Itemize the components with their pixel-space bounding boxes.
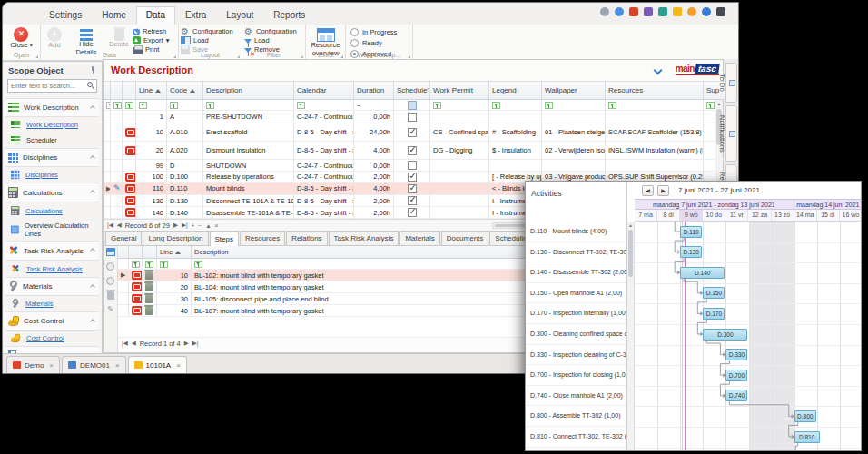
ribbon-tab-home[interactable]: Home	[92, 6, 136, 25]
nav-first-button[interactable]: |◀	[107, 222, 113, 229]
folder-icon[interactable]	[673, 7, 682, 16]
filter-funnel-icon[interactable]	[297, 102, 305, 109]
purple-app-icon[interactable]	[644, 7, 653, 16]
close-icon[interactable]: ×	[115, 361, 120, 370]
layout-configuration-button[interactable]: ⚙Configuration	[181, 27, 233, 35]
gantt-bar-d-150[interactable]: D.150	[703, 287, 725, 299]
table-row[interactable]: 1APRE-SHUTDOWNC-24-7 - Continuous - ...0…	[104, 111, 723, 123]
dialog-launcher-icon[interactable]	[408, 55, 410, 58]
activity-d-140[interactable]: D.140 - Disassemble TT-302 (2,00)	[526, 262, 626, 283]
schedule-checkbox[interactable]	[408, 196, 417, 205]
table-row[interactable]: 10A.010Erect scaffoldD-8-5 - Day shift -…	[104, 123, 723, 142]
grid-cell-code-header[interactable]: Code	[167, 82, 203, 100]
pin-icon[interactable]	[89, 66, 96, 74]
dialog-launcher-icon[interactable]	[173, 55, 176, 58]
activity-d-800[interactable]: D.800 - Assemble TT-302 (1,00)	[526, 406, 626, 427]
activity-d-330[interactable]: D.330 - Inspection cleaning of C-302 (1,…	[526, 345, 626, 366]
search-icon[interactable]	[87, 82, 95, 90]
activity-d-150[interactable]: D.150 - Open manhole A1 (2,00)	[526, 283, 626, 304]
grid-cell-steps-line-filter[interactable]	[157, 259, 192, 270]
filter-funnel-icon[interactable]	[132, 261, 140, 268]
grid-cell-schedule-filter[interactable]	[394, 100, 430, 111]
grid-cell-steps-status-filter[interactable]	[129, 259, 143, 270]
filter-funnel-icon[interactable]	[125, 102, 133, 109]
cancel-edit-button[interactable]: ×	[215, 222, 219, 229]
grid-cell-steps-type-filter[interactable]	[143, 259, 157, 270]
schedule-checkbox[interactable]	[408, 146, 417, 155]
table-row[interactable]: 20A.020Dismount insulationD-8-5 - Day sh…	[104, 142, 723, 160]
grid-cell-description-filter[interactable]	[203, 100, 294, 111]
blue-app-icon[interactable]	[615, 7, 624, 16]
export-button[interactable]: Export▾	[133, 36, 169, 44]
grid-cell-edit-filter[interactable]	[111, 100, 123, 111]
grid-cell-duration-filter[interactable]: =	[354, 100, 394, 111]
insert-step-icon[interactable]	[106, 277, 114, 285]
grid-cell-status-filter[interactable]	[123, 100, 136, 111]
nav-last-button[interactable]: ▶|	[192, 340, 199, 347]
edit-record-button[interactable]: ▲	[205, 222, 211, 229]
scroll-up-icon[interactable]: ▲	[627, 222, 634, 229]
filter-funnel-icon[interactable]	[492, 102, 500, 109]
yellow-app-icon[interactable]	[687, 7, 696, 16]
activity-d-110[interactable]: D.110 - Mount blinds (4,00)	[526, 222, 626, 242]
radio-ready[interactable]: Ready	[350, 38, 397, 48]
grid-cell-wallpaper-filter[interactable]	[542, 100, 606, 111]
grid-app-icon[interactable]	[716, 7, 725, 16]
chevron-up-icon[interactable]	[90, 105, 95, 111]
activity-d-740[interactable]: D.740 - Close manhole A1 (2,00)	[526, 386, 626, 407]
gantt-bar-d-300[interactable]: D.300	[703, 329, 747, 340]
sidebar-section-header-task-risk-analysis[interactable]: Task Risk Analysis	[5, 241, 99, 261]
activity-d-700[interactable]: D.700 - Inspection for closing (1,00)	[526, 365, 626, 386]
gantt-bar-d-110[interactable]: D.110	[680, 226, 702, 238]
gantt-bar-d-170[interactable]: D.170	[703, 308, 725, 320]
sidebar-section-header-calculations[interactable]: Calculations	[5, 183, 99, 202]
grid-cell-line-header[interactable]: Line	[136, 82, 167, 100]
delete-step-icon[interactable]	[107, 291, 114, 300]
grid-cell-work-permit-filter[interactable]	[430, 100, 489, 111]
tab-general[interactable]: General	[105, 232, 142, 245]
chevron-up-icon[interactable]	[90, 190, 95, 195]
chevron-down-icon[interactable]	[654, 66, 663, 75]
sidebar-item-task-risk-analysis[interactable]: Task Risk Analysis	[5, 261, 99, 277]
filter-funnel-icon[interactable]	[706, 102, 715, 109]
search-input[interactable]	[11, 82, 87, 90]
grid-cell-steps-line-header[interactable]: Line	[157, 246, 192, 259]
dialog-launcher-icon[interactable]	[237, 55, 240, 58]
ribbon-tab-data[interactable]: Data	[136, 6, 175, 25]
filter-funnel-icon[interactable]	[194, 261, 202, 268]
refresh-button[interactable]: Refresh	[133, 27, 169, 35]
filter-funnel-icon[interactable]	[145, 261, 153, 268]
filter-funnel-icon[interactable]	[139, 102, 147, 109]
nav-next-button[interactable]: ▶	[173, 222, 178, 229]
document-tab-10101a[interactable]: 10101A×	[128, 356, 187, 373]
nav-last-button[interactable]: ▶|	[182, 222, 188, 229]
nav-prev-button[interactable]: ◀	[132, 340, 136, 347]
filter-funnel-icon[interactable]	[170, 102, 178, 109]
tab-documents[interactable]: Documents	[441, 232, 488, 245]
tab-steps[interactable]: Steps	[210, 232, 239, 246]
schedule-checkbox[interactable]	[408, 208, 417, 217]
filter-funnel-icon[interactable]	[545, 102, 553, 109]
activity-d-300[interactable]: D.300 - Cleaning confined space of C-30.…	[526, 324, 626, 345]
gantt-scrollbar[interactable]: ▲	[627, 222, 635, 450]
chevron-up-icon[interactable]	[90, 284, 95, 290]
next-period-button[interactable]: ▶	[657, 185, 669, 196]
sidebar-section-header-cost-control[interactable]: Cost Control	[5, 311, 99, 331]
tab-materials[interactable]: Materials	[399, 232, 439, 245]
document-tab-demo[interactable]: Demo×	[6, 356, 60, 373]
grid-cell-code-filter[interactable]	[167, 100, 203, 111]
tab-long-description[interactable]: Long Description	[143, 232, 208, 245]
dialog-launcher-icon[interactable]	[340, 55, 343, 58]
close-icon[interactable]: ×	[176, 361, 181, 370]
dock-tab-notifications[interactable]: Notifications	[725, 105, 737, 162]
scroll-up-icon[interactable]: ▲	[715, 100, 723, 108]
layout-load-button[interactable]: Load	[181, 36, 233, 44]
filter-funnel-icon[interactable]	[433, 102, 441, 109]
schedule-checkbox[interactable]	[408, 161, 417, 170]
grid-cell-line-filter[interactable]	[136, 100, 167, 111]
sidebar-item-calculations[interactable]: Calculations	[5, 202, 99, 219]
grid-cell-resources-filter[interactable]	[606, 100, 704, 111]
activity-d-170[interactable]: D.170 - Inspection internally (1,00)	[526, 303, 626, 324]
nav-first-button[interactable]: |◀	[122, 340, 128, 347]
document-tab-demo01[interactable]: DEMO01×	[62, 356, 126, 373]
